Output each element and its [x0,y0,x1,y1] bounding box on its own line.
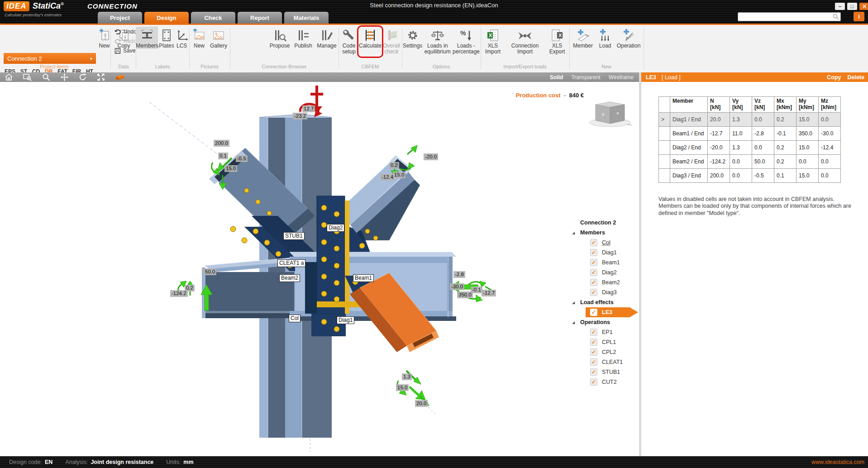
tree-item-cpl2[interactable]: ✓CPL2 [568,347,638,357]
table-row[interactable]: Beam1 / End -12.711.0-2.8 -0.1350.0-30.0 [659,127,841,141]
solid-brick-icon[interactable] [115,73,125,81]
maximize-button[interactable]: □ [847,3,857,10]
tree-item-diag3[interactable]: ✓Diag3 [568,287,638,297]
expander-icon[interactable]: ◢ [572,320,575,325]
tab-check[interactable]: Check [191,12,235,24]
viewport-3d-scene[interactable]: Production cost - 840 € -y -x 12.7 -23.2… [0,82,639,456]
group-label-import-export: Import/Export loads [482,64,568,69]
xls-export-icon: X [550,28,564,43]
plates-labels-button[interactable]: Plates [159,27,174,49]
website-link[interactable]: www.ideastatica.com [811,459,864,465]
table-row[interactable]: >Diag1 / End 20.01.30.0 0.215.00.0 [659,113,841,127]
tree-item-ep1[interactable]: ✓EP1 [568,327,638,337]
delete-load-button[interactable]: Delete [847,74,864,81]
tab-report[interactable]: Report [238,12,282,24]
expander-icon[interactable]: ◢ [572,301,575,305]
calculate-button[interactable]: Calculate [359,27,381,55]
tree-item-cpl1[interactable]: ✓CPL1 [568,337,638,347]
connection-selector[interactable]: Connection 2▾ [4,53,96,64]
members-icon [140,28,154,43]
code-setup-button[interactable]: Code setup [339,27,358,55]
group-label-connection-browser: Connection Browser [231,64,338,69]
checkbox[interactable]: ✓ [590,279,597,286]
new-operation-button[interactable]: Operation [615,27,642,49]
zoom-window-icon[interactable] [23,73,32,81]
checkbox[interactable]: ✓ [590,349,597,356]
redo-button[interactable]: Redo [114,37,137,45]
info-button[interactable]: i [854,12,864,21]
settings-button[interactable]: Settings [403,27,422,55]
checkbox[interactable]: ✓ [590,249,597,256]
tree-item-beam1[interactable]: ✓Beam1 [568,258,638,267]
lcs-labels-button[interactable]: LCS [175,27,189,49]
xls-import-button[interactable]: X XLS Import [482,27,504,55]
tree-root-connection[interactable]: Connection 2 [568,218,638,228]
fit-view-icon[interactable] [97,73,105,81]
propose-icon [273,28,286,43]
undo-button[interactable]: Undo [114,28,137,36]
tree-section-operations[interactable]: ◢Operations [568,317,638,327]
table-row[interactable]: Diag3 / End 200.00.0-0.5 0.115.00.0 [659,169,841,183]
display-mode-wireframe[interactable]: Wireframe [609,74,634,81]
checkbox[interactable]: ✓ [590,289,597,296]
connection-import-button[interactable]: Connection Import [506,27,544,55]
tree-item-col[interactable]: ✓Col [568,238,638,248]
tree-section-members[interactable]: ◢Members [568,228,638,238]
overall-check-button[interactable]: Overall check [382,27,401,55]
checkbox[interactable]: ✓ [590,378,597,386]
tree-item-diag1[interactable]: ✓Diag1 [568,248,638,258]
table-row[interactable]: Diag2 / End -20.01.30.0 0.215.0-12.4 [659,141,841,155]
gallery-button[interactable]: Gallery [209,27,229,49]
tab-design[interactable]: Design [144,12,189,24]
load-value: 0.1 [218,153,228,159]
load-value: 15.0 [396,384,409,391]
tree-section-load-effects[interactable]: ◢Load effects [568,297,638,307]
checkbox[interactable]: ✓ [590,329,597,336]
checkbox[interactable]: ✓ [590,269,597,276]
tab-materials[interactable]: Materials [284,12,329,24]
svg-text:-x: -x [615,111,619,115]
checkbox[interactable]: ✓ [590,309,597,316]
zoom-icon[interactable] [42,73,50,81]
save-button[interactable]: Save [114,47,137,55]
tree-item-beam2[interactable]: ✓Beam2 [568,277,638,287]
new-member-button[interactable]: Member [571,27,595,49]
home-icon[interactable] [5,73,13,81]
tree-item-stub1[interactable]: ✓STUB1 [568,367,638,377]
navigation-cube[interactable]: -y -x [587,99,633,127]
new-picture-button[interactable]: New [191,27,208,49]
table-row[interactable]: Beam2 / End -124.20.050.0 0.20.00.0 [659,155,841,169]
load-effects-table[interactable]: Member N[kN] Vy[kN] Vz[kN] Mx[kNm] My[kN… [658,96,841,183]
search-input[interactable] [738,12,841,21]
publish-button[interactable]: Publish [292,27,314,49]
copy-load-button[interactable]: Copy [827,74,841,81]
load-effect-header: LE3 [ Load ] Copy Delete [641,72,868,82]
tree-item-diag2[interactable]: ✓Diag2 [568,267,638,277]
tree-item-le3[interactable]: ✓ LE3 [568,307,638,317]
close-button[interactable]: ✕ [859,3,868,10]
tab-project[interactable]: Project [98,12,142,24]
display-mode-transparent[interactable]: Transparent [571,74,600,81]
loads-in-equilibrium-button[interactable]: Loads in equilibrium [424,27,451,55]
abacus-icon [363,28,377,43]
tree-item-cleat1[interactable]: ✓CLEAT1 [568,357,638,367]
chevron-down-icon: ▾ [90,56,92,61]
checkbox[interactable]: ✓ [590,358,597,366]
loads-percentage-button[interactable]: % Loads - percentage [453,27,480,55]
pan-icon[interactable] [60,73,69,81]
rotate-icon[interactable] [79,73,87,81]
minimize-button[interactable]: – [835,3,845,10]
checkbox[interactable]: ✓ [590,259,597,266]
checkbox[interactable]: ✓ [590,339,597,346]
propose-button[interactable]: Propose [269,27,291,49]
new-load-button[interactable]: Load [596,27,614,49]
display-mode-solid[interactable]: Solid [550,74,563,81]
expander-icon[interactable]: ◢ [572,231,575,235]
tree-item-cut2[interactable]: ✓CUT2 [568,377,638,387]
group-label-new: New [570,64,643,69]
checkbox[interactable]: ✓ [590,239,597,246]
xls-export-button[interactable]: X XLS Export [546,27,568,55]
manage-button[interactable]: Manage [316,27,338,49]
checkbox[interactable]: ✓ [590,368,597,376]
members-labels-button[interactable]: Members [136,27,158,49]
